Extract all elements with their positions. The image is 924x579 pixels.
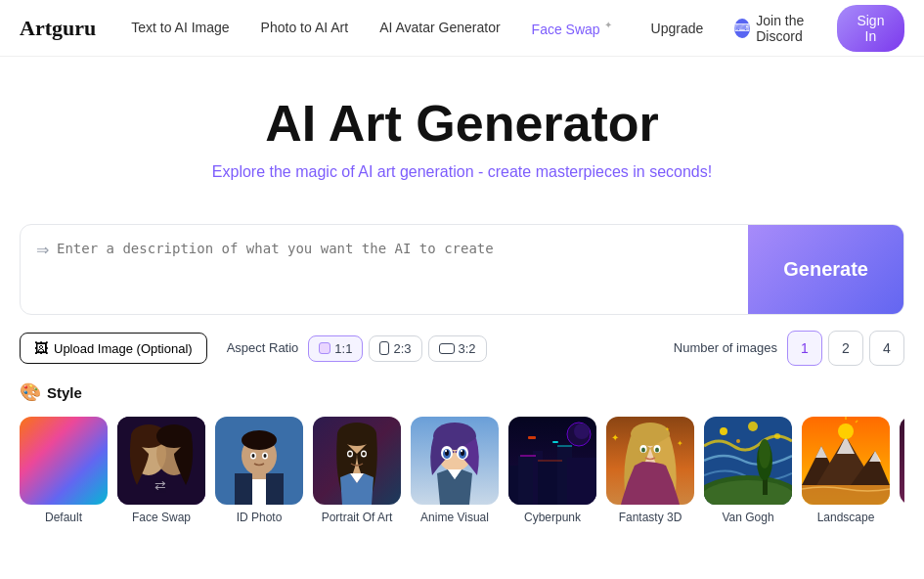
svg-point-53 [641, 448, 645, 453]
upload-image-button[interactable]: 🖼 Upload Image (Optional) [20, 333, 207, 364]
hero-section: AI Art Generator Explore the magic of AI… [0, 57, 924, 204]
aspect-ratio-group: Aspect Ratio 1:1 2:3 3:2 [227, 335, 487, 362]
style-item-anime-visual[interactable]: Anime Visual [411, 417, 499, 526]
style-thumb-faceswap: ⇄ [117, 417, 205, 505]
fantasy-svg: ✦ ✦ ✦ [606, 417, 694, 505]
style-name-landscape: Landscape [817, 511, 875, 526]
style-name-faceswap: Face Swap [132, 511, 191, 526]
anime-visual-svg [411, 417, 499, 505]
portrait-svg [313, 417, 401, 505]
aspect-ratio-buttons: 1:1 2:3 3:2 [308, 335, 486, 362]
ratio-23-label: 2:3 [393, 341, 411, 356]
svg-point-60 [748, 422, 758, 431]
style-item-vangogh[interactable]: Van Gogh [704, 417, 792, 526]
svg-point-11 [242, 430, 277, 450]
svg-point-67 [759, 439, 770, 468]
ratio-11-label: 1:1 [334, 341, 352, 356]
ratio-11-icon [319, 342, 330, 354]
svg-point-22 [362, 452, 366, 456]
face-swap-label: Face Swap [532, 21, 600, 36]
aspect-ratio-label: Aspect Ratio [227, 340, 299, 357]
svg-point-14 [252, 454, 255, 458]
generate-button[interactable]: Generate [748, 225, 903, 314]
count-btn-2[interactable]: 2 [828, 331, 863, 366]
signin-button[interactable]: Sign In [837, 5, 904, 52]
style-item-faceswap[interactable]: ⇄ Face Swap [117, 417, 205, 526]
landscape-svg [802, 417, 890, 505]
prompt-input[interactable] [57, 239, 732, 300]
style-name-default: Default [45, 511, 82, 526]
svg-text:✦: ✦ [665, 426, 670, 432]
nav-item-photo-to-ai[interactable]: Photo to AI Art [249, 13, 361, 42]
style-name-cyberpunk: Cyberpunk [524, 511, 581, 526]
prompt-input-wrap: ⇒ [21, 225, 748, 314]
style-thumb-cyberpunk [508, 417, 596, 505]
svg-point-33 [461, 450, 462, 452]
style-name-vangogh: Van Gogh [722, 511, 773, 526]
style-grid: Default ⇄ Face [20, 417, 904, 526]
idphoto-svg [215, 417, 303, 505]
svg-point-54 [655, 448, 659, 453]
svg-point-15 [264, 454, 267, 458]
style-thumb-anime-visual [411, 417, 499, 505]
num-images-group: Number of images 1 2 4 [674, 331, 904, 366]
faceswap-svg: ⇄ [117, 417, 205, 505]
svg-text:⇄: ⇄ [154, 477, 166, 493]
vangogh-svg [704, 417, 792, 505]
count-btn-4[interactable]: 4 [869, 331, 904, 366]
style-item-default[interactable]: Default [20, 417, 108, 526]
svg-rect-40 [567, 458, 596, 505]
style-header-label: Style [47, 384, 82, 401]
prompt-area: ⇒ Generate [20, 224, 904, 315]
aspect-btn-2-3[interactable]: 2:3 [369, 335, 421, 362]
style-name-idphoto: ID Photo [237, 511, 283, 526]
svg-point-45 [574, 423, 590, 439]
svg-text:✦: ✦ [677, 439, 683, 448]
svg-rect-46 [528, 436, 536, 439]
nav-item-text-to-ai[interactable]: Text to AI Image [119, 13, 241, 42]
svg-point-62 [736, 439, 740, 443]
nav-logo[interactable]: Artguru [20, 16, 96, 41]
prompt-icon: ⇒ [36, 241, 49, 259]
cyberpunk-svg [508, 417, 596, 505]
style-item-landscape[interactable]: Landscape [802, 417, 890, 526]
ratio-32-icon [439, 343, 455, 354]
svg-rect-47 [552, 441, 558, 443]
style-item-anime[interactable]: Anime [900, 417, 904, 526]
svg-point-32 [445, 450, 447, 452]
nav-item-face-swap[interactable]: Face Swap ✦ [520, 13, 624, 44]
discord-icon: ⌨ [734, 19, 750, 38]
hero-title: AI Art Generator [20, 96, 904, 152]
nav-item-upgrade[interactable]: Upgrade [639, 15, 716, 42]
style-header: 🎨 Style [20, 381, 904, 403]
style-thumb-vangogh [704, 417, 792, 505]
navbar: Artguru Text to AI Image Photo to AI Art… [0, 0, 924, 57]
style-thumb-fantasy: ✦ ✦ ✦ [606, 417, 694, 505]
upload-label: Upload Image (Optional) [54, 341, 193, 356]
style-name-fantasy: Fantasty 3D [619, 511, 682, 526]
svg-point-21 [348, 452, 352, 456]
count-buttons: 1 2 4 [787, 331, 904, 366]
upload-icon: 🖼 [34, 340, 48, 356]
style-item-portrait[interactable]: Portrait Of Art [313, 417, 401, 526]
style-item-fantasy[interactable]: ✦ ✦ ✦ Fantasty 3D [606, 417, 694, 526]
style-thumb-default [20, 417, 108, 505]
style-item-cyberpunk[interactable]: Cyberpunk [508, 417, 596, 526]
svg-point-59 [720, 427, 727, 435]
aspect-btn-1-1[interactable]: 1:1 [308, 335, 363, 362]
nav-item-ai-avatar[interactable]: AI Avatar Generator [368, 13, 511, 42]
controls-row: 🖼 Upload Image (Optional) Aspect Ratio 1… [0, 315, 924, 381]
svg-point-76 [838, 423, 854, 439]
aspect-btn-3-2[interactable]: 3:2 [428, 335, 487, 362]
num-images-label: Number of images [674, 340, 777, 357]
style-thumb-idphoto [215, 417, 303, 505]
count-btn-1[interactable]: 1 [787, 331, 822, 366]
anime-svg [900, 417, 904, 505]
style-thumb-anime [900, 417, 904, 505]
nav-item-discord[interactable]: ⌨ Join the Discord [723, 7, 829, 50]
palette-icon: 🎨 [20, 381, 41, 403]
style-thumb-landscape [802, 417, 890, 505]
svg-point-61 [774, 433, 780, 439]
style-item-idphoto[interactable]: ID Photo [215, 417, 303, 526]
discord-label: Join the Discord [756, 13, 817, 44]
